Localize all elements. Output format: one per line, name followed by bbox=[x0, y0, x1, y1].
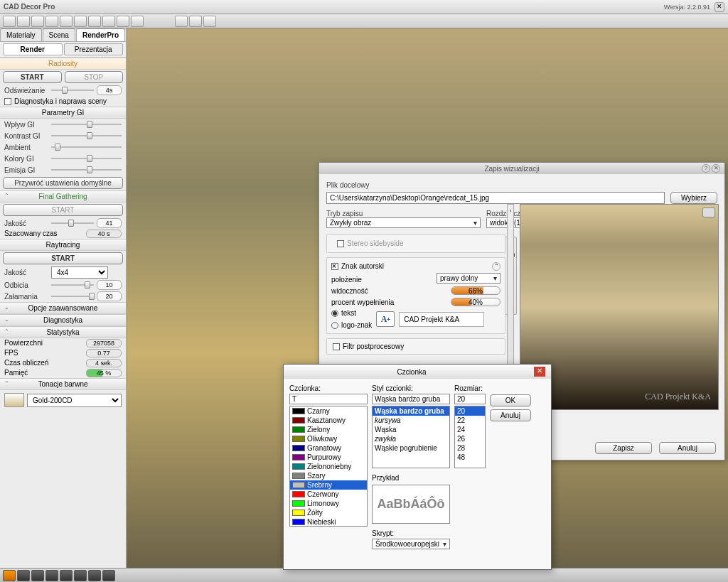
toolbar-icon[interactable] bbox=[17, 16, 30, 27]
dialog-close-button[interactable]: ✕ bbox=[712, 164, 720, 173]
color-option[interactable]: Czarny bbox=[290, 406, 367, 416]
font-cancel-button[interactable]: Anuluj bbox=[490, 409, 531, 421]
save-button[interactable]: Zapisz bbox=[595, 442, 652, 454]
color-option[interactable]: Granatowy bbox=[290, 443, 367, 453]
wm-visibility-slider[interactable]: 66% bbox=[451, 286, 500, 295]
color-option[interactable]: Oliwkowy bbox=[290, 434, 367, 443]
fg-start-button[interactable]: START bbox=[3, 204, 123, 216]
style-option[interactable]: kursywa bbox=[373, 416, 449, 425]
stereo-checkbox[interactable] bbox=[337, 240, 344, 247]
color-option[interactable]: Żółty bbox=[290, 508, 367, 517]
size-option[interactable]: 28 bbox=[455, 443, 485, 453]
preview-fullscreen-button[interactable] bbox=[702, 208, 715, 217]
style-option[interactable]: Wąska bardzo gruba bbox=[373, 406, 449, 416]
diagnostics-checkbox[interactable] bbox=[4, 98, 11, 105]
bottom-icon[interactable] bbox=[74, 570, 87, 581]
size-option[interactable]: 48 bbox=[455, 453, 485, 462]
script-select[interactable]: Środkowoeuropejski▾ bbox=[372, 539, 450, 549]
toolbar-icon[interactable] bbox=[74, 16, 87, 27]
font-dialog-close[interactable]: ✕ bbox=[534, 367, 545, 377]
refresh-slider[interactable] bbox=[51, 85, 94, 95]
rt-start-button[interactable]: START bbox=[3, 252, 123, 264]
radiosity-stop-button[interactable]: STOP bbox=[65, 71, 124, 83]
watermark-checkbox[interactable] bbox=[331, 263, 338, 270]
bottom-icon[interactable] bbox=[3, 570, 16, 581]
diagnostics-header[interactable]: ⌄Diagnostyka bbox=[0, 314, 126, 326]
bottom-icon[interactable] bbox=[46, 570, 58, 581]
font-size-list[interactable]: 202224262848 bbox=[454, 406, 486, 468]
dialog-help-button[interactable]: ? bbox=[702, 164, 710, 173]
font-size-input[interactable] bbox=[454, 394, 486, 404]
tone-header[interactable]: ⌃Tonacje barwne bbox=[0, 378, 126, 390]
color-option[interactable]: Purpurowy bbox=[290, 453, 367, 462]
color-option[interactable]: Kasztanowy bbox=[290, 416, 367, 425]
cancel-button[interactable]: Anuluj bbox=[659, 442, 716, 454]
font-color-list[interactable]: CzarnyKasztanowyZielonyOliwkowyGranatowy… bbox=[289, 406, 368, 527]
rt-refractions-slider[interactable] bbox=[51, 291, 94, 301]
wm-logo-radio[interactable] bbox=[331, 322, 338, 329]
gi-influence-slider[interactable] bbox=[51, 119, 122, 129]
wm-text-input[interactable] bbox=[399, 312, 484, 327]
bottom-icon[interactable] bbox=[17, 570, 30, 581]
gi-ambient-slider[interactable] bbox=[51, 142, 122, 152]
gi-contrast-slider[interactable] bbox=[51, 131, 122, 141]
color-option[interactable]: Zielononiebny bbox=[290, 462, 367, 471]
gi-emission-slider[interactable] bbox=[51, 165, 122, 175]
tab-materials[interactable]: Materiały bbox=[0, 28, 42, 41]
toolbar-icon[interactable] bbox=[175, 16, 188, 27]
tab-renderpro[interactable]: RenderPro bbox=[76, 28, 125, 41]
font-ok-button[interactable]: OK bbox=[490, 394, 531, 406]
toolbar-icon[interactable] bbox=[117, 16, 129, 27]
toolbar-icon[interactable] bbox=[60, 16, 73, 27]
font-name-input[interactable] bbox=[289, 394, 368, 404]
rt-quality-select[interactable]: 4x4 bbox=[51, 266, 108, 279]
size-option[interactable]: 24 bbox=[455, 425, 485, 434]
wm-fill-slider[interactable]: 40% bbox=[451, 298, 500, 306]
gi-colors-slider[interactable] bbox=[51, 153, 122, 163]
bottom-icon[interactable] bbox=[102, 570, 115, 581]
font-style-input[interactable] bbox=[372, 394, 450, 404]
style-option[interactable]: Wąskie pogrubienie bbox=[373, 443, 449, 453]
fg-quality-slider[interactable] bbox=[51, 218, 94, 228]
style-option[interactable]: zwykła bbox=[373, 434, 449, 443]
toolbar-icon[interactable] bbox=[102, 16, 115, 27]
toolbar-icon[interactable] bbox=[131, 16, 144, 27]
style-option[interactable]: Wąska bbox=[373, 425, 449, 434]
toolbar-icon[interactable] bbox=[88, 16, 101, 27]
font-button[interactable]: A+ bbox=[376, 311, 395, 327]
toolbar-icon[interactable] bbox=[3, 16, 16, 27]
color-option[interactable]: Szary bbox=[290, 471, 367, 480]
toolbar-icon[interactable] bbox=[46, 16, 58, 27]
size-option[interactable]: 22 bbox=[455, 416, 485, 425]
tab-scene[interactable]: Scena bbox=[43, 28, 75, 41]
color-option[interactable]: Limonowy bbox=[290, 499, 367, 508]
color-option[interactable]: Czerwony bbox=[290, 490, 367, 499]
choose-file-button[interactable]: Wybierz bbox=[670, 192, 717, 204]
size-option[interactable]: 20 bbox=[455, 406, 485, 416]
wm-text-radio[interactable] bbox=[331, 310, 338, 317]
wm-position-select[interactable]: prawy dolny▾ bbox=[437, 273, 500, 284]
file-path-input[interactable] bbox=[326, 192, 665, 204]
color-option[interactable]: Zielony bbox=[290, 425, 367, 434]
rt-reflections-slider[interactable] bbox=[51, 280, 94, 290]
fg-header[interactable]: ⌃Final Gathering bbox=[0, 190, 126, 203]
app-close-button[interactable]: ✕ bbox=[714, 2, 724, 12]
toolbar-icon[interactable] bbox=[31, 16, 44, 27]
radiosity-start-button[interactable]: START bbox=[3, 71, 62, 83]
subtab-presentation[interactable]: Prezentacja bbox=[64, 43, 124, 55]
save-mode-select[interactable]: Zwykły obraz▾ bbox=[326, 217, 481, 228]
font-style-list[interactable]: Wąska bardzo grubakursywaWąskazwykłaWąsk… bbox=[372, 406, 450, 468]
subtab-render[interactable]: Render bbox=[3, 43, 63, 55]
color-option[interactable]: Niebieski bbox=[290, 517, 367, 527]
statistics-header[interactable]: ⌃Statystyka bbox=[0, 326, 126, 338]
size-option[interactable]: 26 bbox=[455, 434, 485, 443]
watermark-collapse[interactable]: ⌃ bbox=[492, 262, 500, 271]
tone-select[interactable]: Gold-200CD bbox=[27, 394, 122, 407]
postprocess-checkbox[interactable] bbox=[333, 343, 340, 350]
toolbar-icon[interactable] bbox=[189, 16, 202, 27]
bottom-icon[interactable] bbox=[31, 570, 44, 581]
bottom-icon[interactable] bbox=[60, 570, 73, 581]
gi-restore-button[interactable]: Przywróć ustawienia domyślne bbox=[3, 177, 123, 189]
bottom-icon[interactable] bbox=[88, 570, 101, 581]
advanced-header[interactable]: ⌄Opcje zaawansowane bbox=[0, 302, 126, 314]
